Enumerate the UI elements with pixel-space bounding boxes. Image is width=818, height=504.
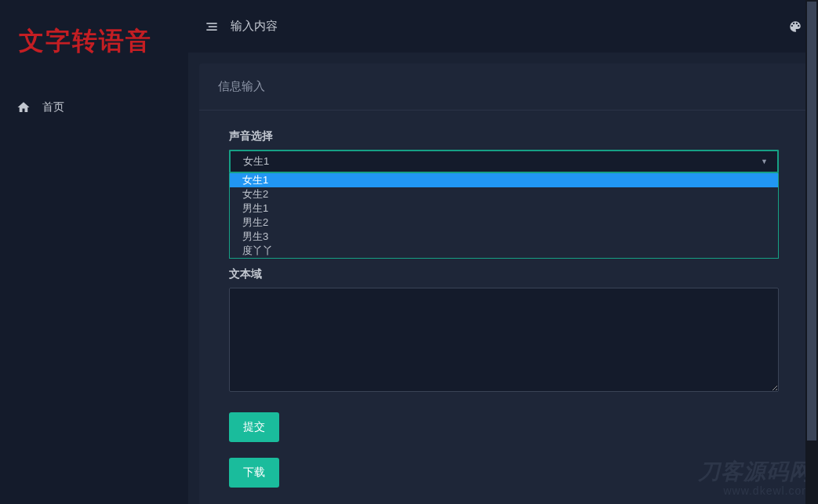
- sidebar-nav: 首页: [0, 82, 188, 125]
- voice-select-wrapper: 女生1 ▼ 女生1 女生2 男生1 男生2 男生3 度丫丫: [229, 150, 779, 173]
- menu-toggle-icon[interactable]: [202, 17, 221, 36]
- theme-palette-icon[interactable]: [787, 18, 804, 35]
- app-logo: 文字转语音: [19, 24, 152, 59]
- text-input[interactable]: [229, 288, 779, 392]
- form-card: 信息输入 声音选择 女生1 ▼ 女生1 女生2 男生1 男生2: [199, 63, 809, 504]
- card-header: 信息输入: [199, 63, 809, 111]
- sidebar-item-home[interactable]: 首页: [0, 90, 188, 125]
- scrollbar-track[interactable]: [805, 0, 818, 504]
- voice-option[interactable]: 男生2: [230, 216, 778, 230]
- voice-select-value: 女生1: [243, 154, 269, 169]
- voice-select-label: 声音选择: [229, 129, 779, 143]
- voice-option[interactable]: 女生2: [230, 187, 778, 201]
- topbar: 输入内容: [188, 0, 818, 53]
- voice-option[interactable]: 男生3: [230, 230, 778, 244]
- voice-select[interactable]: 女生1 ▼: [229, 150, 779, 173]
- card-body: 声音选择 女生1 ▼ 女生1 女生2 男生1 男生2 男生3 度丫丫: [199, 111, 809, 504]
- logo-area: 文字转语音: [0, 0, 188, 82]
- main-area: 输入内容 信息输入 声音选择 女生1 ▼ 女生1: [188, 0, 818, 504]
- home-icon: [16, 100, 31, 115]
- download-button[interactable]: 下载: [229, 458, 279, 488]
- content-wrap: 信息输入 声音选择 女生1 ▼ 女生1 女生2 男生1 男生2: [188, 53, 818, 504]
- sidebar-item-label: 首页: [42, 100, 64, 114]
- submit-button[interactable]: 提交: [229, 412, 279, 442]
- voice-select-dropdown: 女生1 女生2 男生1 男生2 男生3 度丫丫: [229, 173, 779, 259]
- textarea-label: 文本域: [229, 267, 779, 281]
- voice-option[interactable]: 女生1: [230, 173, 778, 187]
- scrollbar-thumb[interactable]: [807, 2, 816, 441]
- page-title: 输入内容: [231, 19, 278, 34]
- voice-option[interactable]: 度丫丫: [230, 244, 778, 258]
- textarea-group: 文本域: [229, 267, 779, 395]
- chevron-down-icon: ▼: [761, 158, 768, 165]
- button-row: 提交 下载: [229, 412, 779, 488]
- voice-option[interactable]: 男生1: [230, 201, 778, 216]
- sidebar: 文字转语音 首页: [0, 0, 188, 504]
